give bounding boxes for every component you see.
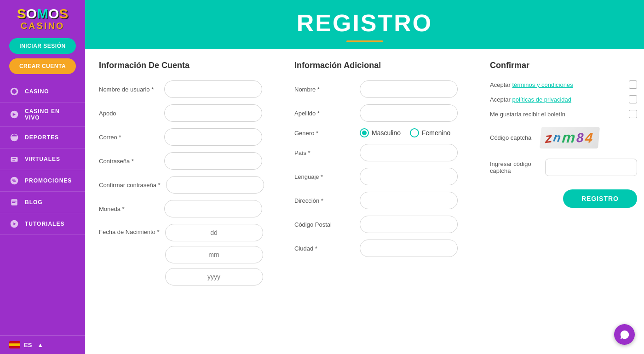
confirm-section: Confirmar Aceptar términos y condiciones… (490, 61, 637, 345)
blog-icon (9, 197, 19, 207)
terms-link[interactable]: términos y condiciones (512, 81, 573, 88)
username-row: Nombre de usuario * (99, 80, 262, 98)
day-input[interactable] (165, 224, 263, 241)
sidebar-item-promociones[interactable]: % PROMOCIONES (0, 170, 85, 192)
sidebar-item-deportes-label: DEPORTES (25, 134, 59, 141)
femenino-label: Femenino (422, 129, 450, 137)
femenino-radio[interactable] (410, 128, 419, 137)
password-label: Contraseña * (99, 158, 159, 165)
sidebar: SOMOS CASINO INICIAR SESIÓN CREAR CUENTA… (0, 0, 85, 354)
month-input[interactable] (165, 246, 263, 263)
chevron-up-icon: ▲ (37, 342, 43, 348)
codigo-postal-label: Código Postal (294, 221, 354, 228)
masculino-label: Masculino (372, 129, 401, 137)
direccion-input[interactable] (360, 192, 458, 209)
sidebar-item-blog[interactable]: BLOG (0, 192, 85, 213)
deportes-icon (9, 132, 19, 143)
pais-input[interactable]: Colombia (360, 144, 458, 161)
femenino-option[interactable]: Femenino (410, 128, 450, 137)
codigo-postal-input[interactable] (360, 216, 458, 233)
confirm-password-input[interactable] (166, 176, 264, 194)
svg-text:%: % (12, 178, 16, 183)
ciudad-row: Ciudad * (294, 240, 458, 257)
iniciar-sesion-button[interactable]: INICIAR SESIÓN (9, 38, 76, 54)
sidebar-item-virtuales[interactable]: VIRTUALES (0, 148, 85, 170)
sidebar-item-casino[interactable]: CASINO (0, 81, 85, 103)
captcha-image: znm84 (540, 127, 600, 148)
casino-icon (9, 86, 19, 97)
apellido-input[interactable] (360, 104, 458, 122)
direccion-row: Dirección * (294, 192, 458, 209)
sidebar-item-deportes[interactable]: DEPORTES (0, 127, 85, 148)
apodo-row: Apodo (99, 104, 262, 122)
chat-button[interactable] (614, 324, 635, 345)
form-area: Información De Cuenta Nombre de usuario … (85, 49, 644, 354)
page-title: REGISTRO (85, 9, 644, 37)
apellido-label: Apellido * (294, 110, 354, 117)
confirm-password-label: Confirmar contraseña * (99, 182, 161, 188)
sidebar-item-casino-en-vivo[interactable]: CASINO EN VIVO (0, 103, 85, 127)
direccion-label: Dirección * (294, 197, 354, 204)
apellido-row: Apellido * (294, 104, 458, 122)
virtuales-icon (9, 154, 19, 164)
sidebar-item-promociones-label: PROMOCIONES (25, 177, 72, 184)
svg-rect-4 (11, 157, 18, 162)
correo-input[interactable] (164, 128, 262, 146)
apodo-input[interactable] (164, 104, 262, 122)
apodo-label: Apodo (99, 110, 159, 117)
codigo-postal-row: Código Postal (294, 216, 458, 233)
language-label: ES (24, 342, 32, 348)
gender-options: Masculino Femenino (360, 128, 450, 137)
masculino-radio[interactable] (360, 128, 369, 137)
genero-row: Genero * Masculino Femenino (294, 128, 458, 137)
registro-button[interactable]: REGISTRO (563, 189, 637, 208)
additional-section: Información Adicional Nombre * Apellido … (294, 61, 458, 345)
password-row: Contraseña * (99, 152, 262, 170)
newsletter-row: Me gustaría recibir el boletín (490, 110, 637, 118)
moneda-row: Moneda * Argentine peso (99, 200, 262, 217)
sidebar-item-virtuales-label: VIRTUALES (25, 156, 60, 162)
crear-cuenta-button[interactable]: CREAR CUENTA (9, 58, 76, 74)
terms-row: Aceptar términos y condiciones (490, 80, 637, 89)
username-input[interactable] (164, 80, 262, 98)
captcha-input-row: Ingresar código captcha (490, 159, 637, 176)
pais-row: País * Colombia (294, 144, 458, 161)
main-content: REGISTRO Información De Cuenta Nombre de… (85, 0, 644, 354)
captcha-input-label: Ingresar código captcha (490, 160, 540, 174)
privacy-checkbox[interactable] (629, 95, 637, 103)
fecha-row: Fecha de Nacimiento * (99, 224, 262, 285)
ciudad-input[interactable] (360, 240, 458, 257)
lenguaje-row: Lenguaje * Spanish (294, 168, 458, 185)
nombre-input[interactable] (360, 80, 458, 98)
captcha-input[interactable] (545, 159, 637, 176)
masculino-option[interactable]: Masculino (360, 128, 401, 137)
tutoriales-icon (9, 219, 19, 229)
flag-icon (9, 341, 20, 348)
header-underline (346, 40, 383, 42)
year-input[interactable] (165, 268, 263, 285)
logo-somos: SOMOS (17, 7, 69, 21)
password-input[interactable] (164, 152, 262, 170)
sidebar-nav: CASINO CASINO EN VIVO DEPORTES VIRTUALES… (0, 81, 85, 235)
logo-casino: CASINO (21, 21, 65, 31)
username-label: Nombre de usuario * (99, 86, 159, 93)
ciudad-label: Ciudad * (294, 245, 354, 252)
nombre-label: Nombre * (294, 86, 354, 93)
casino-vivo-icon (9, 109, 19, 120)
privacy-text: Aceptar políticas de privacidad (490, 96, 571, 103)
language-selector[interactable]: ES ▲ (0, 335, 85, 354)
privacy-link[interactable]: políticas de privacidad (512, 96, 571, 103)
confirm-password-row: Confirmar contraseña * (99, 176, 262, 194)
date-inputs (165, 224, 263, 285)
genero-label: Genero * (294, 130, 354, 137)
lenguaje-input[interactable]: Spanish (360, 168, 458, 185)
newsletter-checkbox[interactable] (629, 110, 637, 118)
confirm-section-title: Confirmar (490, 61, 637, 70)
newsletter-text: Me gustaría recibir el boletín (490, 111, 565, 118)
chat-icon (620, 330, 630, 340)
moneda-input[interactable]: Argentine peso (164, 200, 262, 217)
sidebar-item-tutoriales[interactable]: TUTORIALES (0, 213, 85, 235)
terms-checkbox[interactable] (629, 80, 637, 89)
correo-row: Correo * (99, 128, 262, 146)
pais-label: País * (294, 149, 354, 156)
